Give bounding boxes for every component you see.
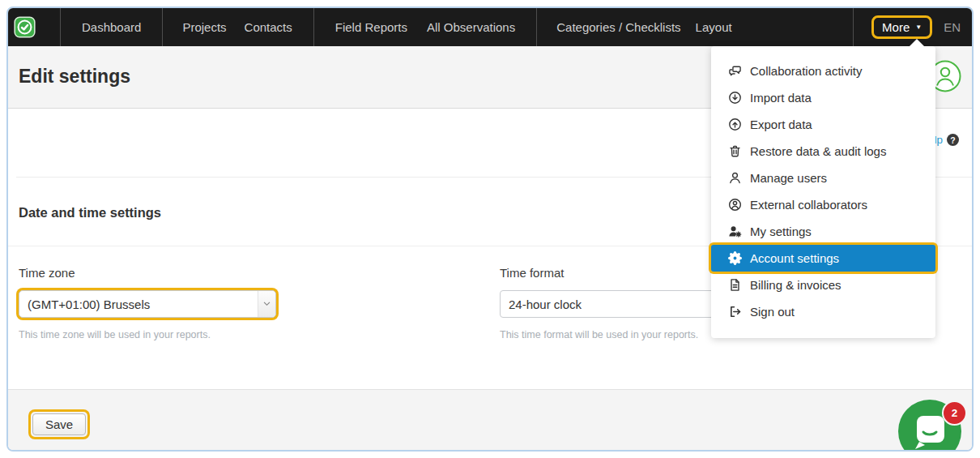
app-logo-icon[interactable]: [14, 16, 36, 38]
menu-item-account-settings[interactable]: Account settings: [711, 245, 935, 272]
menu-item-label: My settings: [750, 225, 812, 238]
more-dropdown-menu: Collaboration activity Import data Expor…: [711, 46, 935, 338]
person-gear-icon: [728, 225, 742, 238]
more-menu-button[interactable]: More ▼: [871, 15, 932, 39]
nav-divider: [853, 8, 854, 46]
chat-bubbles-icon: [728, 64, 742, 78]
menu-item-billing-invoices[interactable]: Billing & invoices: [711, 272, 935, 298]
gear-icon: [728, 251, 742, 265]
person-circle-icon: [728, 198, 742, 212]
question-mark-icon: ?: [947, 134, 959, 146]
caret-down-icon: ▼: [915, 24, 922, 31]
sign-out-icon: [728, 305, 742, 319]
menu-item-label: Account settings: [750, 251, 839, 265]
nav-divider: [313, 8, 314, 46]
menu-item-label: Restore data & audit logs: [750, 144, 886, 158]
nav-item-all-observations[interactable]: All Observations: [427, 20, 515, 34]
nav-item-contacts[interactable]: Contacts: [245, 20, 292, 34]
menu-item-restore-data[interactable]: Restore data & audit logs: [711, 138, 935, 165]
nav-item-layout[interactable]: Layout: [696, 20, 732, 34]
section-title: Date and time settings: [19, 205, 161, 220]
export-icon: [728, 118, 742, 131]
nav-item-categories-checklists[interactable]: Categories / Checklists: [556, 20, 680, 34]
menu-item-label: Billing & invoices: [750, 278, 842, 292]
nav-item-projects[interactable]: Projects: [182, 20, 226, 34]
nav-divider: [162, 8, 163, 46]
save-button[interactable]: Save: [32, 413, 86, 435]
menu-item-collaboration-activity[interactable]: Collaboration activity: [711, 58, 935, 84]
menu-item-external-collaborators[interactable]: External collaborators: [711, 191, 935, 218]
nav-item-field-reports[interactable]: Field Reports: [335, 20, 407, 34]
time-zone-field: Time zone (GMT+01:00) Brussels This time…: [19, 266, 276, 340]
menu-item-label: Export data: [750, 118, 812, 131]
document-icon: [728, 278, 742, 292]
menu-item-export-data[interactable]: Export data: [711, 111, 935, 138]
page-title: Edit settings: [19, 66, 130, 88]
top-nav: Dashboard Projects Contacts Field Report…: [8, 8, 972, 46]
menu-item-my-settings[interactable]: My settings: [711, 218, 935, 245]
menu-item-label: Manage users: [750, 171, 827, 185]
nav-divider: [60, 8, 61, 46]
nav-divider: [536, 8, 537, 46]
import-icon: [728, 91, 742, 105]
time-zone-label: Time zone: [19, 266, 276, 280]
form-footer: Save: [8, 389, 972, 450]
chat-notification-badge: 2: [942, 400, 967, 426]
menu-item-label: Collaboration activity: [750, 64, 862, 78]
menu-item-manage-users[interactable]: Manage users: [711, 165, 935, 191]
menu-item-import-data[interactable]: Import data: [711, 84, 935, 111]
menu-item-label: Sign out: [750, 305, 795, 319]
time-zone-value: (GMT+01:00) Brussels: [28, 297, 150, 311]
trash-icon: [728, 144, 742, 158]
language-selector[interactable]: EN: [944, 20, 961, 34]
nav-item-dashboard[interactable]: Dashboard: [82, 20, 141, 34]
screenshot: Dashboard Projects Contacts Field Report…: [0, 0, 980, 458]
save-button-highlight: Save: [28, 409, 90, 439]
menu-item-sign-out[interactable]: Sign out: [711, 298, 935, 325]
time-zone-helper-text: This time zone will be used in your repo…: [19, 329, 276, 340]
more-menu-label: More: [882, 20, 910, 34]
time-zone-select[interactable]: (GMT+01:00) Brussels: [19, 290, 276, 318]
menu-item-label: External collaborators: [750, 198, 867, 212]
chevron-down-icon: [258, 291, 275, 317]
app-window: Dashboard Projects Contacts Field Report…: [6, 6, 974, 452]
time-format-value: 24-hour clock: [509, 297, 582, 311]
menu-item-label: Import data: [750, 91, 812, 105]
person-icon: [728, 171, 742, 185]
